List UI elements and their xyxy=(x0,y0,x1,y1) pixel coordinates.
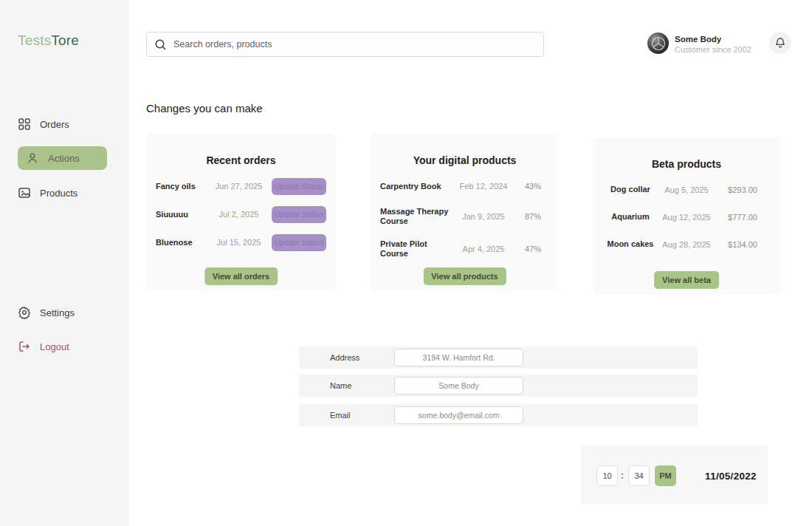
product-name: Carpentry Book xyxy=(380,182,450,191)
user-info: Some Body Customer since 2002 xyxy=(675,33,751,55)
beta-date: Aug 28, 2025 xyxy=(658,240,715,249)
product-progress: 47% xyxy=(517,245,549,253)
order-name: Fancy oils xyxy=(156,182,206,191)
beta-date: Aug 12, 2025 xyxy=(658,213,715,222)
product-progress: 87% xyxy=(517,212,549,221)
sidebar-item-label: Orders xyxy=(40,119,69,130)
time-separator: : xyxy=(619,465,626,486)
sidebar-item-logout[interactable]: Logout xyxy=(18,335,69,358)
address-field[interactable] xyxy=(394,349,523,366)
hour-input[interactable]: 10 xyxy=(596,465,618,486)
view-all-products-button[interactable]: View all products xyxy=(423,267,506,285)
name-label: Name xyxy=(330,375,351,397)
search-bar[interactable] xyxy=(146,32,544,57)
beta-name: Dog collar xyxy=(602,185,658,194)
user-profile[interactable]: Some Body Customer since 2002 xyxy=(647,33,751,55)
beta-row: Dog collar Aug 5, 2025 $293.00 xyxy=(593,176,780,203)
order-row: Bluenose Jul 15, 2025 Update Status xyxy=(146,228,336,256)
beta-products-rows: Dog collar Aug 5, 2025 $293.00 Aquarium … xyxy=(593,176,780,258)
beta-price: $134.00 xyxy=(715,240,771,249)
beta-name: Moon cakes xyxy=(602,239,658,249)
view-all-orders-button[interactable]: View all orders xyxy=(204,267,278,285)
digital-products-rows: Carpentry Book Feb 12, 2024 43% Massage … xyxy=(371,172,559,265)
beta-price: $293.00 xyxy=(715,185,771,194)
address-row: Address xyxy=(299,346,698,369)
sidebar-item-actions[interactable]: Actions xyxy=(18,146,107,170)
email-field[interactable] xyxy=(394,406,523,424)
minute-input[interactable]: 34 xyxy=(628,465,650,486)
user-name: Some Body xyxy=(675,34,751,44)
name-field[interactable] xyxy=(394,377,523,394)
logout-icon xyxy=(18,340,31,353)
product-date: Apr 4, 2025 xyxy=(450,245,517,253)
beta-products-card: Beta products Dog collar Aug 5, 2025 $29… xyxy=(593,137,780,295)
product-name: Private Pilot Course xyxy=(380,239,450,259)
search-input[interactable] xyxy=(173,39,536,49)
recent-orders-card: Recent orders Fancy oils Jun 27, 2025 Up… xyxy=(146,134,336,291)
card-title: Your digital products xyxy=(371,134,559,168)
digital-products-card: Your digital products Carpentry Book Feb… xyxy=(371,134,559,291)
sidebar-item-label: Actions xyxy=(48,153,80,164)
date-value: 11/05/2022 xyxy=(694,465,768,486)
name-row: Name xyxy=(299,375,698,397)
sidebar-item-label: Logout xyxy=(40,341,69,352)
address-label: Address xyxy=(330,346,359,369)
bell-icon xyxy=(774,37,786,49)
product-row: Private Pilot Course Apr 4, 2025 47% xyxy=(371,233,559,265)
brand-logo: TestsTore xyxy=(18,33,79,49)
gear-icon xyxy=(18,306,31,319)
order-row: Siuuuuu Jul 2, 2025 Update Status xyxy=(146,200,336,228)
order-date: Jun 27, 2025 xyxy=(207,182,270,191)
beta-price: $777.00 xyxy=(715,213,771,222)
beta-name: Aquarium xyxy=(602,212,658,222)
brand-prefix: Tests xyxy=(18,33,51,48)
recent-orders-rows: Fancy oils Jun 27, 2025 Update Status Si… xyxy=(146,172,336,256)
datetime-panel: 10 : 34 PM 11/05/2022 xyxy=(581,445,768,505)
beta-date: Aug 5, 2025 xyxy=(658,185,715,194)
order-name: Bluenose xyxy=(156,238,206,247)
update-status-button[interactable]: Update Status xyxy=(272,234,326,251)
sidebar-item-label: Products xyxy=(40,188,78,199)
view-all-beta-button[interactable]: View all beta xyxy=(654,271,719,289)
product-date: Feb 12, 2024 xyxy=(450,182,517,191)
card-title: Beta products xyxy=(593,137,780,171)
product-name: Massage Therapy Course xyxy=(380,207,450,226)
order-date: Jul 2, 2025 xyxy=(207,210,270,219)
sidebar-item-label: Settings xyxy=(40,307,75,318)
order-name: Siuuuuu xyxy=(156,210,206,219)
update-status-button[interactable]: Update Status xyxy=(272,206,326,223)
notifications-button[interactable] xyxy=(769,32,791,54)
beta-row: Moon cakes Aug 28, 2025 $134.00 xyxy=(593,230,780,258)
meridiem-toggle[interactable]: PM xyxy=(655,465,676,486)
update-status-button[interactable]: Update Status xyxy=(272,178,326,195)
grid-icon xyxy=(18,117,31,131)
product-row: Carpentry Book Feb 12, 2024 43% xyxy=(371,172,559,200)
beta-row: Aquarium Aug 12, 2025 $777.00 xyxy=(593,203,780,230)
order-row: Fancy oils Jun 27, 2025 Update Status xyxy=(146,172,336,200)
search-icon xyxy=(154,38,167,51)
person-icon xyxy=(26,151,39,165)
sidebar-item-orders[interactable]: Orders xyxy=(18,112,69,136)
email-row: Email xyxy=(299,404,698,426)
product-progress: 43% xyxy=(517,182,549,191)
sidebar-item-products[interactable]: Products xyxy=(18,181,78,205)
card-title: Recent orders xyxy=(146,134,336,168)
sidebar: TestsTore Orders Actions xyxy=(0,0,129,526)
user-subtitle: Customer since 2002 xyxy=(675,44,751,55)
image-icon xyxy=(18,186,31,199)
email-label: Email xyxy=(330,404,351,426)
sidebar-item-settings[interactable]: Settings xyxy=(18,301,75,324)
order-date: Jul 15, 2025 xyxy=(207,238,270,247)
product-row: Massage Therapy Course Jan 9, 2025 87% xyxy=(371,200,559,233)
app-window: TestsTore Orders Actions xyxy=(0,0,812,526)
avatar xyxy=(647,33,669,54)
brand-suffix: Tore xyxy=(51,33,79,48)
product-date: Jan 9, 2025 xyxy=(450,212,517,221)
page-title: Changes you can make xyxy=(146,102,263,115)
